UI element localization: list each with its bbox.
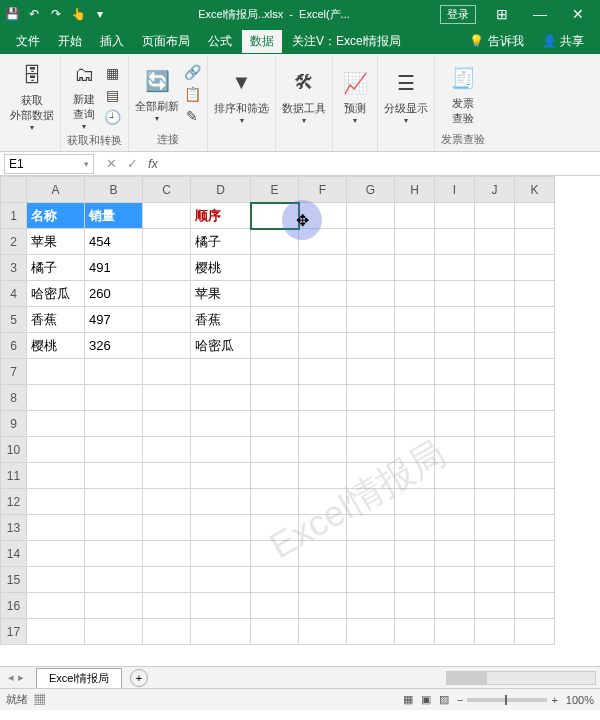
cell[interactable] [143, 229, 191, 255]
menu-custom[interactable]: 关注V：Excel情报局 [284, 30, 409, 53]
minimize-icon[interactable]: — [522, 0, 558, 28]
cell[interactable] [299, 359, 347, 385]
tab-next-icon[interactable]: ▸ [18, 671, 24, 684]
cell[interactable] [347, 385, 395, 411]
cell[interactable] [27, 567, 85, 593]
cell[interactable] [435, 255, 475, 281]
cell[interactable] [27, 385, 85, 411]
cell[interactable] [475, 463, 515, 489]
cell[interactable] [143, 359, 191, 385]
row-header[interactable]: 17 [1, 619, 27, 645]
row-header[interactable]: 10 [1, 437, 27, 463]
row-header[interactable]: 4 [1, 281, 27, 307]
cell[interactable] [299, 437, 347, 463]
cell[interactable] [191, 463, 251, 489]
col-header[interactable]: I [435, 177, 475, 203]
cell[interactable] [251, 437, 299, 463]
cell[interactable] [299, 385, 347, 411]
cell[interactable] [251, 359, 299, 385]
cell[interactable] [299, 255, 347, 281]
cell[interactable] [475, 619, 515, 645]
cell[interactable] [515, 463, 555, 489]
cell[interactable] [143, 333, 191, 359]
outline-button[interactable]: ☰分级显示▾ [384, 67, 428, 125]
row-header[interactable]: 12 [1, 489, 27, 515]
view-pagebreak-icon[interactable]: ▨ [439, 693, 449, 706]
cell[interactable] [435, 515, 475, 541]
cell[interactable] [251, 411, 299, 437]
cell[interactable] [475, 333, 515, 359]
cell[interactable] [475, 411, 515, 437]
cell[interactable] [191, 515, 251, 541]
cell[interactable] [27, 463, 85, 489]
ribbon-options-icon[interactable]: ⊞ [484, 0, 520, 28]
edit-links-icon[interactable]: ✎ [183, 107, 201, 125]
col-header[interactable]: G [347, 177, 395, 203]
row-header[interactable]: 14 [1, 541, 27, 567]
cell[interactable] [395, 359, 435, 385]
cell[interactable]: 橘子 [191, 229, 251, 255]
redo-icon[interactable]: ↷ [48, 6, 64, 22]
name-box[interactable]: E1▾ [4, 154, 94, 174]
cell[interactable] [347, 567, 395, 593]
close-icon[interactable]: ✕ [560, 0, 596, 28]
cell[interactable] [435, 567, 475, 593]
cell[interactable] [435, 281, 475, 307]
cell[interactable] [475, 255, 515, 281]
add-sheet-button[interactable]: + [130, 669, 148, 687]
zoom-out-icon[interactable]: − [457, 694, 463, 706]
cell[interactable] [251, 567, 299, 593]
cell[interactable] [435, 411, 475, 437]
cell[interactable] [251, 229, 299, 255]
save-icon[interactable]: 💾 [4, 6, 20, 22]
cell[interactable] [475, 593, 515, 619]
col-header[interactable]: D [191, 177, 251, 203]
cell[interactable] [395, 255, 435, 281]
cell[interactable] [515, 489, 555, 515]
properties-icon[interactable]: 📋 [183, 85, 201, 103]
cell[interactable] [251, 463, 299, 489]
cell[interactable] [143, 463, 191, 489]
cell[interactable] [475, 229, 515, 255]
cell[interactable] [27, 593, 85, 619]
cell[interactable] [395, 307, 435, 333]
cell[interactable]: 顺序 [191, 203, 251, 229]
cell[interactable] [435, 619, 475, 645]
cell[interactable]: 454 [85, 229, 143, 255]
cell[interactable] [143, 541, 191, 567]
cell[interactable] [143, 255, 191, 281]
col-header[interactable] [1, 177, 27, 203]
cell[interactable] [347, 281, 395, 307]
cell[interactable] [515, 619, 555, 645]
cell[interactable] [475, 437, 515, 463]
cell[interactable] [299, 593, 347, 619]
cell[interactable] [27, 359, 85, 385]
cell[interactable] [395, 619, 435, 645]
cell[interactable] [515, 567, 555, 593]
cell[interactable] [299, 229, 347, 255]
cell[interactable] [347, 593, 395, 619]
cell[interactable] [85, 411, 143, 437]
cell[interactable] [347, 515, 395, 541]
cell[interactable] [143, 489, 191, 515]
cell[interactable] [347, 463, 395, 489]
cell[interactable] [475, 307, 515, 333]
col-header[interactable]: B [85, 177, 143, 203]
touch-mode-icon[interactable]: 👆 [70, 6, 86, 22]
row-header[interactable]: 3 [1, 255, 27, 281]
row-header[interactable]: 15 [1, 567, 27, 593]
cell[interactable] [395, 437, 435, 463]
menu-home[interactable]: 开始 [50, 30, 90, 53]
cell[interactable] [191, 593, 251, 619]
cell[interactable] [475, 489, 515, 515]
cancel-formula-icon[interactable]: ✕ [106, 156, 117, 171]
cell[interactable] [475, 541, 515, 567]
menu-file[interactable]: 文件 [8, 30, 48, 53]
cell[interactable] [395, 515, 435, 541]
refresh-all-button[interactable]: 🔄全部刷新▾ [135, 65, 179, 123]
cell[interactable]: 326 [85, 333, 143, 359]
cell[interactable] [515, 385, 555, 411]
cell[interactable] [85, 593, 143, 619]
row-header[interactable]: 16 [1, 593, 27, 619]
col-header[interactable]: C [143, 177, 191, 203]
